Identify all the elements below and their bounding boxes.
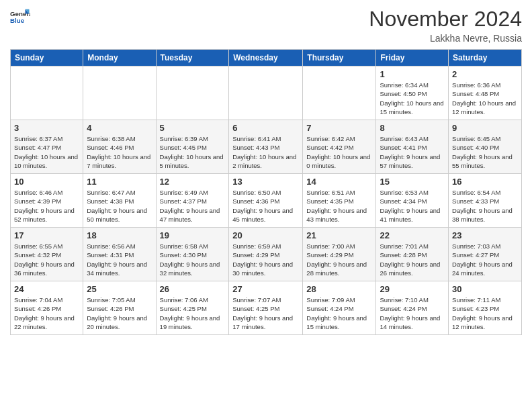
daylight: Daylight: 10 hours and 7 minutes.: [87, 153, 150, 169]
day-cell: 12 Sunrise: 6:49 AM Sunset: 4:37 PM Dayl…: [156, 174, 229, 228]
sunrise: Sunrise: 6:37 AM: [14, 135, 62, 142]
sunrise: Sunrise: 7:05 AM: [87, 296, 135, 304]
sunset: Sunset: 4:47 PM: [14, 144, 61, 151]
day-info: Sunrise: 7:01 AM Sunset: 4:28 PM Dayligh…: [380, 242, 445, 277]
sunset: Sunset: 4:34 PM: [380, 197, 427, 205]
week-row-4: 24 Sunrise: 7:04 AM Sunset: 4:26 PM Dayl…: [11, 281, 522, 335]
week-row-1: 3 Sunrise: 6:37 AM Sunset: 4:47 PM Dayli…: [11, 120, 522, 174]
daylight: Daylight: 9 hours and 47 minutes.: [160, 207, 220, 223]
sunset: Sunset: 4:29 PM: [232, 251, 279, 259]
day-info: Sunrise: 6:51 AM Sunset: 4:35 PM Dayligh…: [306, 188, 372, 224]
day-info: Sunrise: 7:11 AM Sunset: 4:23 PM Dayligh…: [452, 295, 518, 331]
day-number: 24: [14, 284, 79, 294]
day-number: 23: [452, 230, 518, 240]
day-info: Sunrise: 6:39 AM Sunset: 4:45 PM Dayligh…: [160, 134, 226, 170]
sunrise: Sunrise: 6:46 AM: [14, 189, 62, 196]
logo-icon: General Blue: [10, 7, 30, 27]
day-number: 26: [160, 284, 226, 294]
sunrise: Sunrise: 6:59 AM: [232, 242, 281, 250]
col-tuesday: Tuesday: [156, 50, 229, 66]
day-cell: 28 Sunrise: 7:09 AM Sunset: 4:24 PM Dayl…: [303, 281, 376, 335]
day-info: Sunrise: 6:36 AM Sunset: 4:48 PM Dayligh…: [452, 81, 518, 116]
logo: General Blue: [10, 7, 32, 27]
sunset: Sunset: 4:40 PM: [452, 144, 499, 151]
sunrise: Sunrise: 6:53 AM: [380, 189, 428, 196]
day-number: 15: [380, 177, 445, 187]
sunrise: Sunrise: 6:42 AM: [306, 135, 355, 142]
daylight: Daylight: 10 hours and 0 minutes.: [306, 153, 370, 169]
day-cell: [156, 66, 229, 120]
day-number: 28: [306, 284, 372, 294]
day-number: 17: [14, 230, 79, 240]
sunset: Sunset: 4:37 PM: [160, 197, 207, 205]
svg-text:Blue: Blue: [10, 17, 25, 24]
day-info: Sunrise: 7:04 AM Sunset: 4:26 PM Dayligh…: [14, 295, 79, 331]
day-info: Sunrise: 6:45 AM Sunset: 4:40 PM Dayligh…: [452, 134, 518, 170]
col-monday: Monday: [83, 50, 156, 66]
day-cell: 21 Sunrise: 7:00 AM Sunset: 4:29 PM Dayl…: [303, 228, 376, 281]
daylight: Daylight: 9 hours and 15 minutes.: [306, 314, 367, 330]
daylight: Daylight: 9 hours and 26 minutes.: [380, 261, 440, 277]
month-title: November 2024: [369, 7, 522, 32]
day-number: 7: [306, 123, 372, 133]
day-number: 5: [160, 123, 226, 133]
day-cell: 3 Sunrise: 6:37 AM Sunset: 4:47 PM Dayli…: [11, 120, 83, 174]
sunset: Sunset: 4:32 PM: [14, 251, 61, 259]
day-cell: 30 Sunrise: 7:11 AM Sunset: 4:23 PM Dayl…: [449, 281, 522, 335]
sunrise: Sunrise: 7:07 AM: [232, 296, 281, 304]
daylight: Daylight: 9 hours and 28 minutes.: [306, 261, 367, 277]
title-block: November 2024 Lakkha Nevre, Russia: [369, 7, 522, 44]
day-cell: 18 Sunrise: 6:56 AM Sunset: 4:31 PM Dayl…: [83, 228, 156, 281]
daylight: Daylight: 9 hours and 43 minutes.: [306, 207, 367, 223]
sunset: Sunset: 4:36 PM: [232, 197, 279, 205]
day-cell: 20 Sunrise: 6:59 AM Sunset: 4:29 PM Dayl…: [229, 228, 303, 281]
week-row-3: 17 Sunrise: 6:55 AM Sunset: 4:32 PM Dayl…: [11, 228, 522, 281]
header-row: Sunday Monday Tuesday Wednesday Thursday…: [11, 50, 522, 66]
daylight: Daylight: 9 hours and 19 minutes.: [160, 314, 220, 330]
day-cell: 6 Sunrise: 6:41 AM Sunset: 4:43 PM Dayli…: [229, 120, 303, 174]
day-info: Sunrise: 6:42 AM Sunset: 4:42 PM Dayligh…: [306, 134, 372, 170]
page: General Blue November 2024 Lakkha Nevre,…: [0, 0, 532, 411]
day-number: 4: [87, 123, 152, 133]
sunrise: Sunrise: 6:47 AM: [87, 189, 135, 196]
day-cell: 14 Sunrise: 6:51 AM Sunset: 4:35 PM Dayl…: [303, 174, 376, 228]
day-number: 2: [452, 69, 518, 79]
day-info: Sunrise: 6:46 AM Sunset: 4:39 PM Dayligh…: [14, 188, 79, 224]
day-cell: 27 Sunrise: 7:07 AM Sunset: 4:25 PM Dayl…: [229, 281, 303, 335]
sunset: Sunset: 4:41 PM: [380, 144, 427, 151]
sunset: Sunset: 4:24 PM: [306, 305, 353, 312]
daylight: Daylight: 10 hours and 12 minutes.: [452, 99, 516, 116]
day-number: 12: [160, 177, 226, 187]
day-info: Sunrise: 6:41 AM Sunset: 4:43 PM Dayligh…: [232, 134, 299, 170]
sunrise: Sunrise: 6:50 AM: [232, 189, 281, 196]
daylight: Daylight: 10 hours and 2 minutes.: [232, 153, 296, 169]
day-cell: 4 Sunrise: 6:38 AM Sunset: 4:46 PM Dayli…: [83, 120, 156, 174]
sunset: Sunset: 4:30 PM: [160, 251, 207, 259]
day-cell: 8 Sunrise: 6:43 AM Sunset: 4:41 PM Dayli…: [376, 120, 449, 174]
day-cell: 22 Sunrise: 7:01 AM Sunset: 4:28 PM Dayl…: [376, 228, 449, 281]
sunset: Sunset: 4:35 PM: [306, 197, 353, 205]
sunset: Sunset: 4:50 PM: [380, 90, 427, 97]
sunrise: Sunrise: 6:56 AM: [87, 242, 135, 250]
sunrise: Sunrise: 6:38 AM: [87, 135, 135, 142]
sunset: Sunset: 4:26 PM: [87, 305, 134, 312]
daylight: Daylight: 9 hours and 55 minutes.: [452, 153, 513, 169]
day-info: Sunrise: 6:56 AM Sunset: 4:31 PM Dayligh…: [87, 242, 152, 277]
sunset: Sunset: 4:26 PM: [14, 305, 61, 312]
col-thursday: Thursday: [303, 50, 376, 66]
daylight: Daylight: 9 hours and 32 minutes.: [160, 261, 220, 277]
sunrise: Sunrise: 6:51 AM: [306, 189, 355, 196]
sunrise: Sunrise: 6:54 AM: [452, 189, 500, 196]
sunset: Sunset: 4:25 PM: [232, 305, 279, 312]
sunset: Sunset: 4:31 PM: [87, 251, 134, 259]
sunrise: Sunrise: 7:03 AM: [452, 242, 500, 250]
sunrise: Sunrise: 6:34 AM: [380, 81, 428, 89]
day-cell: 23 Sunrise: 7:03 AM Sunset: 4:27 PM Dayl…: [449, 228, 522, 281]
sunrise: Sunrise: 6:58 AM: [160, 242, 208, 250]
day-cell: 19 Sunrise: 6:58 AM Sunset: 4:30 PM Dayl…: [156, 228, 229, 281]
daylight: Daylight: 9 hours and 30 minutes.: [232, 261, 293, 277]
sunrise: Sunrise: 7:09 AM: [306, 296, 355, 304]
day-info: Sunrise: 6:53 AM Sunset: 4:34 PM Dayligh…: [380, 188, 445, 224]
sunrise: Sunrise: 6:41 AM: [232, 135, 281, 142]
day-cell: 13 Sunrise: 6:50 AM Sunset: 4:36 PM Dayl…: [229, 174, 303, 228]
